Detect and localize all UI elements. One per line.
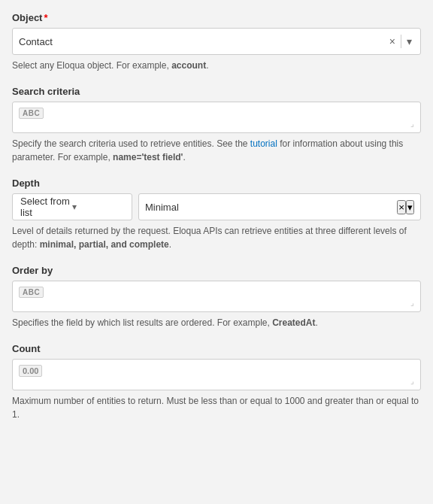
depth-row: Select from list ▾ Minimal × ▾ (12, 193, 421, 220)
count-wrapper: 0.00 ⌟ (12, 359, 421, 390)
depth-value-wrapper: Minimal × ▾ (138, 193, 421, 220)
count-number-badge: 0.00 (19, 365, 42, 377)
count-label: Count (12, 343, 421, 354)
depth-section: Depth Select from list ▾ Minimal × ▾ Lev… (12, 178, 421, 251)
search-criteria-abc-badge: ABC (19, 108, 44, 119)
count-input[interactable] (48, 364, 410, 375)
order-by-resize: ⌟ (410, 299, 414, 307)
object-clear-button[interactable]: × (387, 35, 398, 47)
depth-label-text: Depth (12, 178, 40, 189)
order-by-abc-badge: ABC (19, 287, 44, 298)
search-criteria-section: Search criteria ABC ⌟ Specify the search… (12, 86, 421, 164)
depth-dropdown-button[interactable]: ▾ (406, 200, 414, 214)
order-by-input[interactable] (50, 286, 410, 307)
order-by-label-text: Order by (12, 265, 53, 276)
object-input[interactable] (19, 36, 387, 47)
search-criteria-wrapper: ABC ⌟ (12, 102, 421, 133)
order-by-section: Order by ABC ⌟ Specifies the field by wh… (12, 265, 421, 329)
count-description: Maximum number of entities to return. Mu… (12, 394, 421, 421)
search-criteria-input[interactable] (50, 107, 410, 128)
required-star: * (44, 12, 47, 23)
order-by-wrapper: ABC ⌟ (12, 281, 421, 312)
object-divider (401, 35, 401, 48)
object-description: Select any Eloqua object. For example, a… (12, 59, 421, 72)
search-criteria-label: Search criteria (12, 86, 421, 97)
object-label: Object * (12, 12, 421, 23)
depth-description: Level of details returned by the request… (12, 224, 421, 251)
depth-label: Depth (12, 178, 421, 189)
search-criteria-label-text: Search criteria (12, 86, 80, 97)
count-resize: ⌟ (410, 377, 414, 385)
tutorial-link[interactable]: tutorial (250, 138, 277, 149)
depth-select[interactable]: Select from list ▾ (12, 193, 132, 220)
object-label-text: Object (12, 12, 42, 23)
object-input-wrapper[interactable]: × ▾ (12, 28, 421, 55)
order-by-label: Order by (12, 265, 421, 276)
depth-clear-button[interactable]: × (397, 200, 406, 214)
depth-select-label: Select from list (20, 196, 72, 218)
count-label-text: Count (12, 343, 41, 354)
search-criteria-description: Specify the search criteria used to retr… (12, 137, 421, 164)
order-by-description: Specifies the field by which list result… (12, 316, 421, 329)
search-criteria-resize: ⌟ (410, 120, 414, 128)
count-section: Count 0.00 ⌟ Maximum number of entities … (12, 343, 421, 421)
object-section: Object * × ▾ Select any Eloqua object. F… (12, 12, 421, 72)
object-dropdown-button[interactable]: ▾ (404, 35, 414, 47)
depth-value: Minimal (145, 202, 397, 213)
depth-select-chevron: ▾ (72, 202, 124, 212)
